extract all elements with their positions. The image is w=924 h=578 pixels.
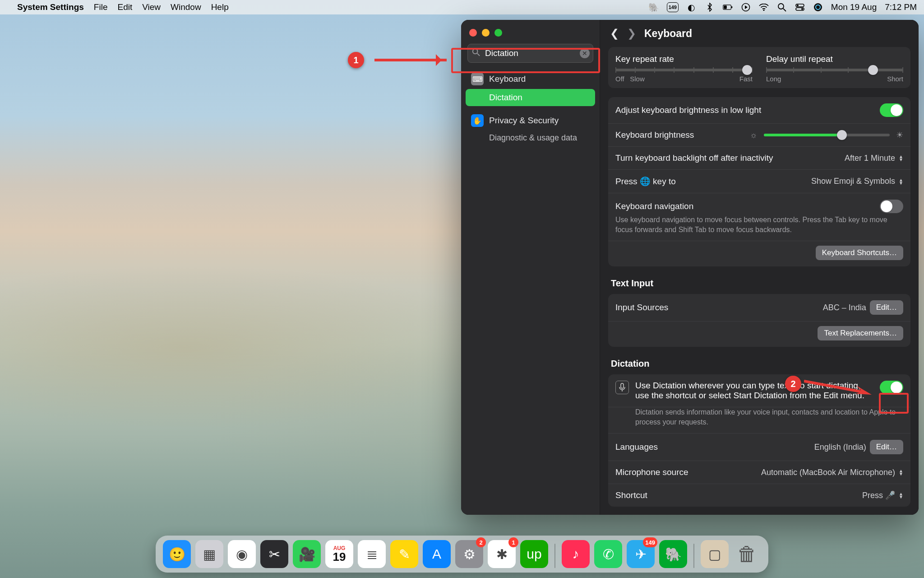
brightness-card: Adjust keyboard brightness in low light …: [608, 97, 910, 266]
dock-app-reminders[interactable]: ≣: [358, 540, 386, 568]
text-replacements-button[interactable]: Text Replacements…: [818, 326, 903, 340]
dock-app-finalcut[interactable]: ✂: [260, 540, 288, 568]
brightness-slider[interactable]: [764, 134, 890, 136]
dictation-privacy-note: Dictation sends information like your vo…: [608, 407, 910, 434]
keyboard-navigation-label: Keyboard navigation: [615, 201, 693, 211]
dock-app-evernote[interactable]: 🐘: [659, 540, 687, 568]
app-name[interactable]: System Settings: [17, 2, 84, 12]
dock-app-trash[interactable]: 🗑: [733, 540, 761, 568]
search-input[interactable]: [467, 44, 593, 63]
annotation-arrow-1: [374, 59, 447, 61]
dock-app-appstore[interactable]: A: [423, 540, 451, 568]
input-sources-edit-button[interactable]: Edit…: [870, 300, 903, 315]
menubar: System Settings File Edit View Window He…: [0, 0, 924, 14]
svg-point-5: [778, 4, 784, 9]
dropdown-value: Automatic (MacBook Air Microphone): [761, 468, 895, 477]
siri-icon[interactable]: [813, 2, 823, 12]
dock-app-notes[interactable]: ✎: [390, 540, 418, 568]
dictation-shortcut-label: Shortcut: [615, 490, 647, 500]
battery-icon[interactable]: [723, 2, 733, 12]
nav-forward-button[interactable]: ❯: [627, 27, 636, 40]
dock-app-music[interactable]: ♪: [562, 540, 590, 568]
sidebar-item-keyboard[interactable]: ⌨ Keyboard: [466, 69, 595, 89]
minimize-window-button[interactable]: [482, 29, 490, 37]
clear-search-button[interactable]: ✕: [580, 48, 590, 58]
adjust-brightness-label: Adjust keyboard brightness in low light: [615, 105, 761, 115]
keyboard-icon: ⌨: [471, 73, 484, 85]
creative-cloud-icon[interactable]: ◐: [687, 2, 697, 12]
text-input-card: Input Sources ABC – India Edit… Text Rep…: [608, 294, 910, 347]
delay-slider[interactable]: [766, 69, 903, 71]
microphone-icon: [615, 381, 629, 394]
dock-app-upwork[interactable]: up: [520, 540, 548, 568]
menu-edit[interactable]: Edit: [117, 2, 132, 12]
backlight-off-dropdown[interactable]: After 1 Minute ▲▼: [845, 154, 903, 163]
svg-point-10: [801, 8, 803, 10]
sidebar-item-label: Dictation: [489, 93, 522, 103]
nav-back-button[interactable]: ❮: [610, 27, 619, 40]
menu-window[interactable]: Window: [171, 2, 201, 12]
dictation-heading: Dictation: [608, 356, 910, 374]
brightness-high-icon: ☀: [896, 130, 903, 140]
press-globe-dropdown[interactable]: Show Emoji & Symbols ▲▼: [811, 177, 903, 186]
keyboard-navigation-toggle[interactable]: [880, 200, 903, 213]
dock-separator: [554, 544, 555, 568]
key-repeat-card: Key repeat rate Off Slow Fast Delay unti…: [608, 47, 910, 88]
dock-app-finder[interactable]: 🙂: [163, 540, 191, 568]
control-center-icon[interactable]: [795, 2, 805, 12]
sidebar-item-dictation[interactable]: Dictation: [466, 89, 595, 106]
key-repeat-slider[interactable]: [615, 69, 753, 71]
dropdown-value: Press 🎤: [862, 490, 895, 500]
menubar-badge-icon[interactable]: 149: [667, 2, 679, 12]
menu-view[interactable]: View: [142, 2, 161, 12]
annotation-arrow-2: [804, 378, 876, 396]
svg-line-14: [477, 53, 480, 56]
dock-app-settings[interactable]: ⚙2: [455, 540, 483, 568]
key-repeat-label: Key repeat rate: [615, 54, 753, 64]
adjust-brightness-toggle[interactable]: [880, 103, 903, 117]
dock-app-facetime[interactable]: 🎥: [293, 540, 321, 568]
menu-file[interactable]: File: [94, 2, 108, 12]
close-window-button[interactable]: [469, 29, 477, 37]
dock-app-slack[interactable]: ✱1: [488, 540, 516, 568]
menu-help[interactable]: Help: [211, 2, 229, 12]
bluetooth-icon[interactable]: [705, 2, 715, 12]
system-settings-window: ✕ ⌨ Keyboard Dictation ✋ Privacy & Secur…: [461, 20, 919, 515]
menubar-time[interactable]: 7:12 PM: [885, 2, 917, 12]
delay-label: Delay until repeat: [766, 54, 903, 64]
search-icon: [472, 48, 480, 59]
mic-source-label: Microphone source: [615, 467, 688, 477]
dock-app-calendar[interactable]: AUG19: [325, 540, 353, 568]
slider-min-label: Off: [615, 75, 624, 83]
sidebar-item-label: Keyboard: [489, 74, 526, 84]
dock-app-launchpad[interactable]: ▦: [195, 540, 223, 568]
dictation-languages-edit-button[interactable]: Edit…: [870, 440, 903, 454]
dictation-toggle[interactable]: [880, 381, 903, 394]
sidebar-item-label: Privacy & Security: [489, 116, 559, 126]
slider-max-label: Short: [887, 75, 903, 83]
svg-point-13: [473, 49, 478, 54]
dock-badge: 2: [476, 537, 486, 547]
menubar-date[interactable]: Mon 19 Aug: [831, 2, 877, 12]
dock-app-telegram[interactable]: ✈149: [627, 540, 655, 568]
mic-source-dropdown[interactable]: Automatic (MacBook Air Microphone) ▲▼: [761, 468, 903, 477]
dock-badge: 149: [643, 537, 657, 547]
evernote-menubar-icon[interactable]: 🐘: [649, 2, 659, 12]
chevron-updown-icon: ▲▼: [899, 492, 903, 499]
slider-thumb[interactable]: [837, 130, 847, 140]
dictation-shortcut-dropdown[interactable]: Press 🎤 ▲▼: [862, 490, 903, 500]
playback-icon[interactable]: [741, 2, 751, 12]
page-title: Keyboard: [644, 28, 692, 40]
sidebar-subitem-diagnostic[interactable]: Diagnostic & usage data: [466, 131, 595, 145]
dock-app-chrome[interactable]: ◉: [228, 540, 256, 568]
slider-thumb[interactable]: [868, 65, 878, 75]
dock-app-preview[interactable]: ▢: [701, 540, 729, 568]
zoom-window-button[interactable]: [494, 29, 502, 37]
dock-app-whatsapp[interactable]: ✆: [594, 540, 622, 568]
wifi-icon[interactable]: [759, 2, 769, 12]
slider-thumb[interactable]: [742, 65, 752, 75]
spotlight-icon[interactable]: [777, 2, 787, 12]
keyboard-shortcuts-button[interactable]: Keyboard Shortcuts…: [816, 246, 903, 260]
chevron-updown-icon: ▲▼: [899, 178, 903, 185]
sidebar-item-privacy[interactable]: ✋ Privacy & Security: [466, 111, 595, 131]
